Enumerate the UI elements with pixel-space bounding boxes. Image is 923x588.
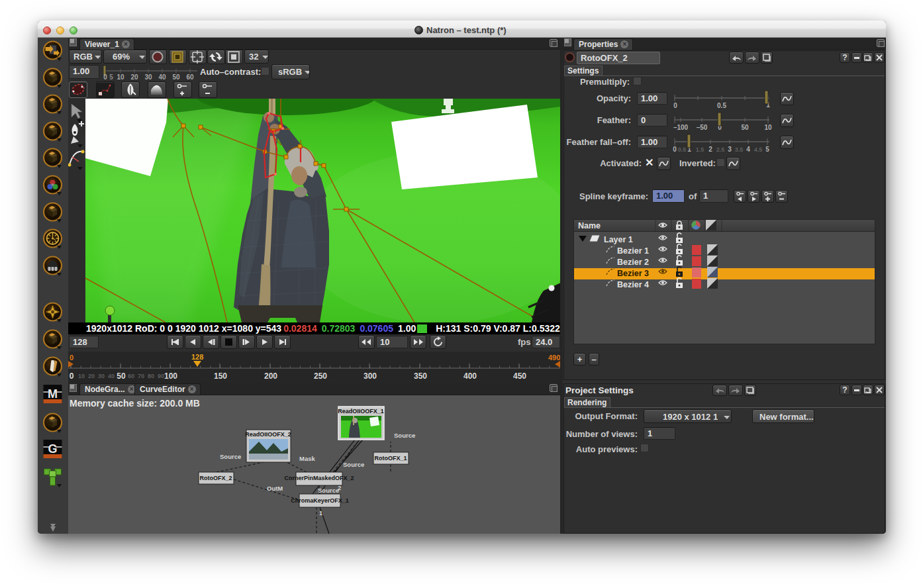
svg-text:10: 10 [764,124,772,131]
svg-text:RotoOFX_1: RotoOFX_1 [374,455,407,462]
svg-text:60: 60 [128,373,134,379]
svg-text:Source: Source [318,487,339,494]
svg-text:0: 0 [70,354,73,362]
svg-text:50: 50 [172,74,180,81]
svg-text:RotoOFX_2: RotoOFX_2 [199,475,232,481]
svg-text:Bezier 3: Bezier 3 [617,269,649,278]
svg-text:CornerPinMaskedOFX_2: CornerPinMaskedOFX_2 [284,475,354,481]
svg-text:Bezier 2: Bezier 2 [617,258,649,267]
svg-text:30: 30 [98,373,105,379]
svg-text:40: 40 [108,373,115,379]
svg-text:Bezier 4: Bezier 4 [617,280,649,289]
svg-text:90: 90 [158,373,164,379]
svg-text:Source: Source [343,461,364,468]
svg-text:0.5: 0.5 [717,102,726,109]
svg-text:Bezier 1: Bezier 1 [617,246,649,256]
svg-text:Layer 1: Layer 1 [604,235,633,244]
svg-text:150: 150 [214,371,227,381]
svg-text:40: 40 [158,74,166,81]
svg-text:–100: –100 [673,124,689,131]
svg-text:M: M [48,387,58,401]
svg-text:5: 5 [109,74,113,81]
svg-text:400: 400 [463,371,477,381]
svg-text:300: 300 [364,371,377,381]
svg-text:2: 2 [708,146,712,153]
svg-text:0: 0 [70,371,74,381]
svg-text:80: 80 [148,373,154,379]
svg-text:ReadOIIOOFX_2: ReadOIIOOFX_2 [245,431,291,438]
svg-text:G: G [48,442,57,456]
svg-text:Mask: Mask [299,455,315,462]
svg-text:350: 350 [414,371,427,381]
svg-text:128: 128 [191,353,203,361]
svg-text:50: 50 [117,371,126,381]
svg-text:70: 70 [138,373,144,379]
svg-text:Memory cache size: 200.0 MB: Memory cache size: 200.0 MB [70,398,200,409]
svg-text:Source: Source [394,432,415,439]
svg-text:0: 0 [103,74,107,81]
svg-text:0: 0 [673,102,677,109]
svg-text:50: 50 [741,124,749,131]
svg-text:450: 450 [513,371,526,381]
svg-text:200: 200 [264,371,277,381]
svg-text:20: 20 [130,74,138,81]
svg-text:1: 1 [319,509,323,516]
svg-text:60: 60 [186,74,194,81]
svg-text:3.5: 3.5 [735,146,744,153]
svg-text:3: 3 [728,146,732,153]
svg-text:490: 490 [548,354,560,362]
svg-text:Name: Name [578,221,601,230]
svg-text:5: 5 [765,146,769,153]
svg-text:0: 0 [673,146,677,153]
svg-text:20: 20 [88,373,95,379]
svg-text:30: 30 [144,74,152,81]
svg-text:100: 100 [164,371,177,381]
svg-text:1.5: 1.5 [696,146,704,153]
svg-text:–50: –50 [697,124,708,131]
svg-text:10: 10 [78,373,85,379]
svg-text:0.5: 0.5 [678,146,687,153]
svg-text:2.5: 2.5 [716,146,725,153]
svg-text:10: 10 [117,74,124,81]
svg-text:250: 250 [314,371,327,381]
svg-text:ChromaKeyerOFX_1: ChromaKeyerOFX_1 [291,497,349,504]
svg-text:4.5: 4.5 [754,146,763,153]
svg-text:4: 4 [746,146,750,153]
svg-text:OutM: OutM [267,485,283,492]
svg-text:Source: Source [220,453,241,460]
svg-text:ReadOIIOOFX_1: ReadOIIOOFX_1 [338,408,384,415]
